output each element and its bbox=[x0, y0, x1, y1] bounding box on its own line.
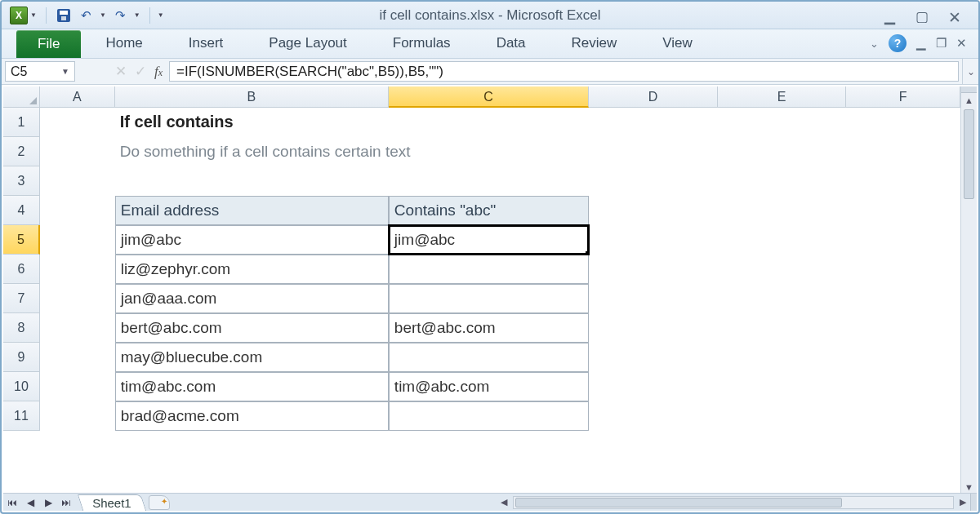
cell-b4[interactable]: Email address bbox=[115, 196, 389, 225]
cell-b7[interactable]: jan@aaa.com bbox=[115, 284, 389, 313]
cell-d2[interactable] bbox=[590, 137, 718, 166]
cell-d6[interactable] bbox=[589, 255, 718, 284]
cell-b8[interactable]: bert@abc.com bbox=[115, 313, 389, 343]
horizontal-split-handle[interactable] bbox=[970, 494, 977, 511]
cell-b1[interactable]: If cell contains bbox=[115, 108, 389, 137]
tab-data[interactable]: Data bbox=[497, 29, 526, 58]
cell-c5[interactable]: jim@abc bbox=[389, 225, 589, 255]
cell-e2[interactable] bbox=[718, 137, 846, 166]
cell-e9[interactable] bbox=[718, 343, 847, 372]
cell-c1[interactable] bbox=[389, 108, 589, 137]
cell-e7[interactable] bbox=[718, 284, 847, 313]
file-tab[interactable]: File bbox=[16, 30, 81, 58]
undo-button[interactable]: ↶ bbox=[76, 6, 97, 25]
cell-b5[interactable]: jim@abc bbox=[115, 225, 389, 255]
cell-c2[interactable] bbox=[390, 137, 590, 166]
maximize-button[interactable]: ▢ bbox=[913, 8, 931, 23]
cell-a11[interactable] bbox=[40, 401, 115, 431]
tab-view[interactable]: View bbox=[662, 29, 693, 58]
row-header-4[interactable]: 4 bbox=[3, 196, 40, 225]
cell-c10[interactable]: tim@abc.com bbox=[389, 372, 589, 401]
cell-e10[interactable] bbox=[718, 372, 847, 401]
cell-c9[interactable] bbox=[389, 343, 589, 372]
cell-b3[interactable] bbox=[115, 166, 389, 196]
doc-minimize-button[interactable]: ▁ bbox=[916, 36, 926, 51]
cell-f10[interactable] bbox=[846, 372, 960, 401]
hscroll-thumb[interactable] bbox=[515, 498, 842, 507]
tab-home[interactable]: Home bbox=[105, 29, 142, 58]
save-button[interactable] bbox=[53, 6, 74, 25]
col-header-f[interactable]: F bbox=[846, 86, 960, 108]
cell-a4[interactable] bbox=[40, 196, 115, 225]
doc-close-button[interactable]: ✕ bbox=[956, 36, 967, 51]
sheet-nav-first-icon[interactable]: ⏮ bbox=[3, 497, 21, 508]
formula-expand-icon[interactable]: ⌄ bbox=[962, 59, 978, 84]
cell-b2[interactable]: Do something if a cell contains certain … bbox=[115, 137, 390, 166]
close-button[interactable]: ✕ bbox=[946, 8, 964, 23]
cell-e1[interactable] bbox=[718, 108, 847, 137]
cell-c8[interactable]: bert@abc.com bbox=[389, 313, 589, 343]
select-all-corner[interactable] bbox=[3, 86, 40, 108]
sheet-tab-sheet1[interactable]: Sheet1 bbox=[78, 494, 146, 511]
cell-f9[interactable] bbox=[846, 343, 960, 372]
col-header-d[interactable]: D bbox=[589, 86, 718, 108]
row-header-7[interactable]: 7 bbox=[3, 284, 40, 313]
row-header-3[interactable]: 3 bbox=[3, 166, 40, 196]
tab-insert[interactable]: Insert bbox=[189, 29, 224, 58]
cell-a2[interactable] bbox=[40, 137, 115, 166]
cell-d3[interactable] bbox=[589, 166, 718, 196]
redo-button[interactable]: ↷ bbox=[110, 6, 131, 25]
sheet-nav-last-icon[interactable]: ⏭ bbox=[57, 497, 75, 508]
col-header-b[interactable]: B bbox=[115, 86, 389, 108]
tab-page-layout[interactable]: Page Layout bbox=[269, 29, 346, 58]
col-header-e[interactable]: E bbox=[718, 86, 847, 108]
scroll-right-icon[interactable]: ▶ bbox=[956, 497, 970, 507]
cell-e8[interactable] bbox=[718, 313, 847, 343]
cell-c6[interactable] bbox=[389, 255, 589, 284]
cell-f11[interactable] bbox=[846, 401, 960, 431]
cell-e5[interactable] bbox=[718, 225, 847, 255]
cell-f3[interactable] bbox=[846, 166, 960, 196]
cell-c4[interactable]: Contains "abc" bbox=[389, 196, 589, 225]
undo-dropdown-icon[interactable]: ▼ bbox=[97, 11, 109, 19]
cell-d11[interactable] bbox=[589, 401, 718, 431]
col-header-c[interactable]: C bbox=[389, 86, 589, 108]
vertical-split-handle[interactable] bbox=[961, 86, 977, 93]
row-header-5[interactable]: 5 bbox=[3, 225, 40, 255]
cell-f2[interactable] bbox=[847, 137, 960, 166]
help-icon[interactable]: ? bbox=[889, 34, 906, 52]
cell-b9[interactable]: may@bluecube.com bbox=[115, 343, 389, 372]
name-box[interactable]: C5 ▼ bbox=[5, 61, 75, 82]
app-menu-dropdown-icon[interactable]: ▼ bbox=[28, 11, 39, 19]
row-header-6[interactable]: 6 bbox=[3, 255, 40, 284]
excel-app-icon[interactable] bbox=[10, 7, 28, 24]
cell-e6[interactable] bbox=[718, 255, 847, 284]
minimize-button[interactable]: ▁ bbox=[880, 8, 898, 23]
cell-a1[interactable] bbox=[40, 108, 115, 137]
cell-d9[interactable] bbox=[589, 343, 718, 372]
cell-b6[interactable]: liz@zephyr.com bbox=[115, 255, 389, 284]
ribbon-min-icon[interactable]: ⌄ bbox=[870, 38, 879, 50]
cell-f6[interactable] bbox=[846, 255, 960, 284]
scroll-up-icon[interactable]: ▲ bbox=[964, 93, 973, 108]
cell-d10[interactable] bbox=[589, 372, 718, 401]
tab-formulas[interactable]: Formulas bbox=[393, 29, 451, 58]
cell-f5[interactable] bbox=[846, 225, 960, 255]
qat-customize-dropdown-icon[interactable]: ▼ bbox=[155, 11, 167, 19]
cell-f7[interactable] bbox=[846, 284, 960, 313]
cell-d1[interactable] bbox=[589, 108, 718, 137]
cell-c11[interactable] bbox=[389, 401, 589, 431]
cell-f8[interactable] bbox=[846, 313, 960, 343]
row-header-8[interactable]: 8 bbox=[3, 313, 40, 343]
tab-review[interactable]: Review bbox=[572, 29, 617, 58]
cell-d8[interactable] bbox=[589, 313, 718, 343]
spreadsheet-grid[interactable]: A B C D E F 1 2 3 4 5 6 7 8 9 10 11 If c… bbox=[3, 86, 960, 494]
cell-b11[interactable]: brad@acme.com bbox=[115, 401, 389, 431]
cell-d5[interactable] bbox=[589, 225, 718, 255]
cell-a7[interactable] bbox=[40, 284, 115, 313]
cell-f4[interactable] bbox=[846, 196, 960, 225]
cell-e11[interactable] bbox=[718, 401, 847, 431]
hscroll-track[interactable] bbox=[513, 496, 954, 509]
cell-d4[interactable] bbox=[589, 196, 718, 225]
sheet-nav-prev-icon[interactable]: ◀ bbox=[21, 497, 39, 508]
